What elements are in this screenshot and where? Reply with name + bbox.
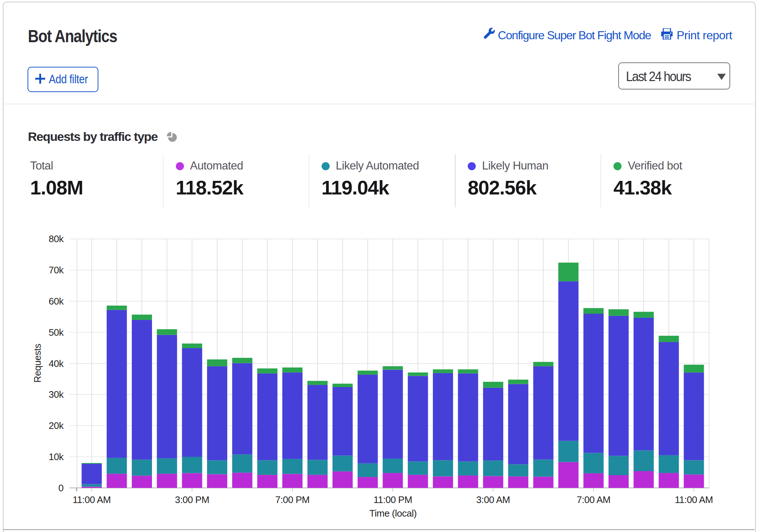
svg-text:11:00 AM: 11:00 AM: [675, 494, 713, 505]
svg-text:60k: 60k: [49, 296, 64, 307]
svg-text:11:00 PM: 11:00 PM: [373, 494, 412, 505]
svg-text:50k: 50k: [49, 327, 64, 338]
svg-text:0: 0: [58, 482, 64, 493]
svg-text:7:00 PM: 7:00 PM: [275, 494, 309, 505]
svg-text:3:00 PM: 3:00 PM: [175, 494, 209, 505]
svg-text:70k: 70k: [49, 265, 64, 276]
svg-text:30k: 30k: [49, 389, 64, 400]
svg-text:Requests: Requests: [32, 344, 43, 383]
svg-text:20k: 20k: [49, 420, 64, 431]
svg-text:40k: 40k: [49, 358, 64, 369]
svg-text:10k: 10k: [49, 451, 64, 462]
svg-text:3:00 AM: 3:00 AM: [476, 494, 510, 505]
svg-text:11:00 AM: 11:00 AM: [73, 494, 111, 505]
svg-text:Time (local): Time (local): [369, 508, 417, 519]
svg-text:7:00 AM: 7:00 AM: [577, 494, 611, 505]
svg-text:80k: 80k: [49, 233, 64, 244]
